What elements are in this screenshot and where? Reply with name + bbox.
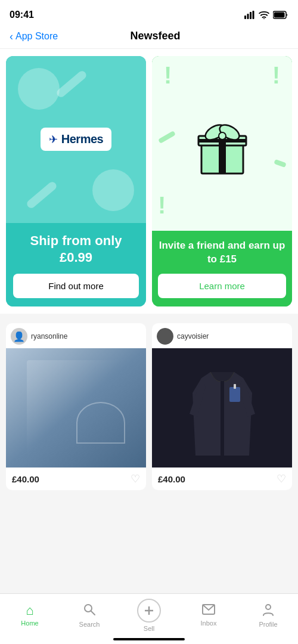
product-footer-jacket: £40.00 ♡	[152, 467, 292, 490]
product-footer-jeans: £40.00 ♡	[6, 467, 146, 490]
status-icons	[244, 11, 288, 19]
tab-home[interactable]: ⌂ Home	[12, 604, 48, 627]
gift-excl-bl: !	[158, 192, 166, 219]
avatar-image-placeholder	[157, 328, 173, 345]
gift-banner-bottom: Invite a friend and earn up to £15 Learn…	[152, 231, 292, 306]
hermes-banner-card[interactable]: ✈ Hermes Ship from only £0.99 Find out m…	[6, 56, 146, 306]
tab-bar: ⌂ Home Search Sell Inbox	[0, 593, 298, 644]
avatar-ryansonline: 👤	[11, 328, 27, 345]
product-card-jacket[interactable]: cayvoisier	[152, 323, 292, 490]
tab-sell-label: Sell	[144, 625, 154, 632]
home-icon: ⌂	[26, 604, 33, 617]
gift-excl-tr: !	[272, 62, 280, 89]
product-username-left: ryansonline	[31, 332, 67, 340]
hermes-banner-top: ✈ Hermes	[6, 56, 146, 223]
svg-point-17	[85, 605, 92, 612]
product-price-jeans: £40.00	[12, 474, 39, 484]
gift-deco-dash1	[158, 131, 176, 144]
search-icon	[83, 603, 96, 618]
svg-rect-6	[274, 13, 285, 18]
hermes-deco-slash2	[26, 180, 58, 209]
avatar-person-icon: 👤	[13, 331, 25, 342]
banner-section: ✈ Hermes Ship from only £0.99 Find out m…	[0, 49, 298, 314]
product-username-right: cayvoisier	[177, 332, 209, 340]
status-bar: 09:41	[0, 0, 298, 26]
tab-inbox[interactable]: Inbox	[191, 604, 226, 627]
hermes-headline: Ship from only £0.99	[13, 233, 139, 267]
svg-rect-14	[221, 381, 224, 456]
svg-line-18	[91, 611, 95, 615]
gift-deco-dash2	[274, 159, 287, 168]
wifi-icon	[259, 11, 269, 19]
product-price-jacket: £40.00	[158, 474, 185, 484]
product-user-right: cayvoisier	[152, 323, 292, 348]
tab-inbox-label: Inbox	[201, 620, 217, 627]
main-content: ✈ Hermes Ship from only £0.99 Find out m…	[0, 49, 298, 538]
product-grid: 👤 ryansonline £40.00 ♡	[0, 317, 298, 490]
gift-banner-top: ! ! !	[152, 56, 292, 231]
battery-icon	[273, 11, 288, 19]
gift-excl-tl: !	[164, 62, 172, 89]
svg-rect-2	[250, 12, 252, 19]
product-user-left: 👤 ryansonline	[6, 323, 146, 348]
page-title: Newsfeed	[58, 30, 253, 42]
back-chevron-icon: ‹	[10, 31, 13, 42]
gift-headline: Invite a friend and earn up to £15	[158, 239, 286, 267]
svg-rect-15	[229, 387, 240, 402]
tab-profile[interactable]: Profile	[250, 603, 286, 628]
hermes-logo-text: Hermes	[61, 132, 103, 146]
status-time: 09:41	[10, 10, 34, 20]
heart-icon-jeans[interactable]: ♡	[131, 472, 140, 485]
hermes-cta-button[interactable]: Find out more	[13, 274, 139, 298]
svg-rect-3	[253, 11, 254, 19]
jacket-silhouette	[187, 360, 258, 456]
hermes-deco-circle-br	[92, 169, 134, 211]
home-indicator	[113, 638, 185, 640]
product-col-left: 👤 ryansonline £40.00 ♡	[6, 323, 146, 490]
back-label: App Store	[15, 31, 58, 42]
signal-icon	[244, 11, 255, 19]
product-image-jacket	[152, 348, 292, 467]
product-card-jeans[interactable]: 👤 ryansonline £40.00 ♡	[6, 323, 146, 490]
back-button[interactable]: ‹ App Store	[10, 31, 58, 42]
gift-banner-card[interactable]: ! ! !	[152, 56, 292, 306]
hermes-banner-bottom: Ship from only £0.99 Find out more	[6, 223, 146, 306]
tab-search[interactable]: Search	[72, 603, 107, 628]
hermes-logo-icon: ✈	[49, 133, 58, 146]
product-col-right: cayvoisier	[152, 323, 292, 490]
inbox-icon	[202, 604, 215, 617]
avatar-cayvoisier	[157, 328, 173, 345]
profile-icon	[262, 603, 275, 618]
heart-icon-jacket[interactable]: ♡	[277, 472, 286, 485]
tab-sell[interactable]: Sell	[131, 599, 167, 632]
nav-bar: ‹ App Store Newsfeed	[0, 26, 298, 49]
gift-box-icon	[190, 111, 255, 177]
product-image-jeans	[6, 348, 146, 467]
svg-rect-0	[244, 16, 246, 19]
svg-point-4	[263, 18, 265, 19]
tab-profile-label: Profile	[259, 621, 277, 628]
tab-home-label: Home	[21, 620, 38, 627]
hermes-logo-box: ✈ Hermes	[41, 128, 111, 151]
gift-cta-button[interactable]: Learn more	[158, 274, 286, 298]
banner-row: ✈ Hermes Ship from only £0.99 Find out m…	[0, 49, 298, 314]
svg-rect-1	[247, 14, 249, 19]
hermes-deco-slash1	[55, 69, 88, 98]
svg-point-22	[266, 605, 271, 609]
svg-point-13	[219, 132, 226, 140]
svg-rect-16	[234, 384, 236, 389]
tab-search-label: Search	[79, 621, 100, 628]
hermes-deco-circle-tl	[18, 68, 60, 110]
sell-icon	[137, 599, 161, 623]
